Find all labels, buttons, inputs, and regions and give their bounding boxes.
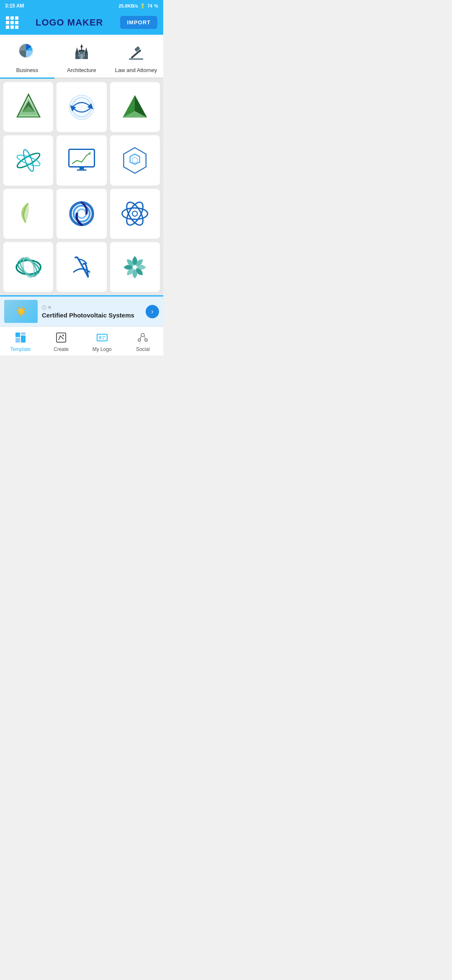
logo-card-5[interactable] [56,135,106,185]
law-icon [126,41,146,65]
tab-architecture[interactable]: Architecture [54,38,109,79]
svg-point-61 [145,339,147,341]
svg-point-60 [138,339,141,341]
svg-rect-3 [80,54,83,59]
import-button[interactable]: IMPORT [120,16,157,29]
svg-rect-52 [21,335,26,343]
svg-point-22 [69,95,94,119]
battery-icon: 🔋 [140,3,146,9]
nav-mylogo[interactable]: My Logo [82,330,123,354]
svg-rect-9 [85,53,88,59]
logo-card-4[interactable] [3,135,53,185]
mylogo-icon [96,332,108,345]
svg-point-28 [16,153,41,168]
svg-rect-50 [21,333,26,335]
tab-business[interactable]: Business [0,38,54,79]
svg-point-40 [77,209,86,218]
ad-text-area: ⓘ ✕ Certified Photovoltaic Systems [42,304,142,319]
svg-line-62 [140,336,141,339]
svg-rect-56 [99,336,101,339]
svg-marker-10 [75,47,79,53]
logo-card-8[interactable] [56,189,106,239]
svg-rect-53 [56,333,66,342]
svg-rect-58 [102,338,104,339]
logo-card-12[interactable] [110,242,160,292]
status-right: 25.8KB/s 🔋 74% [118,3,158,9]
nav-create[interactable]: Create [41,330,82,354]
social-icon [137,332,149,345]
ad-title: Certified Photovoltaic Systems [42,312,142,319]
time: 3:15 AM [5,3,24,9]
logo-card-10[interactable] [3,242,53,292]
svg-marker-37 [132,157,137,163]
ad-arrow-button[interactable]: › [146,305,159,318]
logo-card-3[interactable] [110,82,160,132]
nav-create-label: Create [54,346,69,352]
logo-card-7[interactable] [3,189,53,239]
nav-mylogo-label: My Logo [92,346,112,352]
tab-architecture-label: Architecture [67,67,96,73]
create-icon [55,332,67,345]
svg-point-44 [132,211,137,216]
svg-point-59 [141,333,144,337]
tab-law[interactable]: Law and Attorney [109,38,163,79]
network-speed: 25.8KB/s [118,3,138,8]
tab-law-label: Law and Attorney [115,67,157,73]
logo-card-1[interactable] [3,82,53,132]
svg-marker-35 [124,148,146,173]
category-tabs: Business Architecture [0,35,163,79]
svg-rect-49 [15,333,20,337]
tab-business-label: Business [16,67,39,73]
status-bar: 3:15 AM 25.8KB/s 🔋 74% [0,0,163,12]
business-icon [17,41,38,65]
nav-social[interactable]: Social [123,330,164,354]
svg-rect-57 [102,336,105,337]
header: LOGO MAKER IMPORT [0,12,163,35]
menu-grid-icon[interactable] [6,16,18,29]
ad-info-icon: ⓘ ✕ [42,304,142,311]
battery-level: 74 [147,3,152,8]
svg-rect-33 [77,169,87,170]
template-icon [15,332,26,345]
logo-card-9[interactable] [110,189,160,239]
logo-card-6[interactable] [110,135,160,185]
svg-line-63 [144,336,145,339]
nav-social-label: Social [136,346,150,352]
svg-rect-32 [80,167,84,169]
svg-rect-55 [97,334,107,341]
logo-card-2[interactable] [56,82,106,132]
logo-card-11[interactable] [56,242,106,292]
architecture-icon [71,41,92,65]
nav-template[interactable]: Template [0,330,41,354]
svg-rect-51 [15,338,20,343]
logo-grid [0,79,163,295]
svg-marker-11 [85,47,88,53]
nav-template-label: Template [10,346,31,352]
svg-point-29 [21,149,35,173]
app-title: LOGO MAKER [36,17,103,28]
ad-banner-wrapper: ☀️ ⓘ ✕ Certified Photovoltaic Systems › [0,295,163,326]
ad-banner: ☀️ ⓘ ✕ Certified Photovoltaic Systems › [0,295,163,326]
svg-point-47 [17,255,39,279]
svg-marker-13 [80,44,83,47]
svg-point-54 [62,335,64,336]
bottom-nav: Template Create My Logo [0,326,163,356]
ad-image: ☀️ [4,300,38,323]
svg-rect-8 [75,53,79,59]
